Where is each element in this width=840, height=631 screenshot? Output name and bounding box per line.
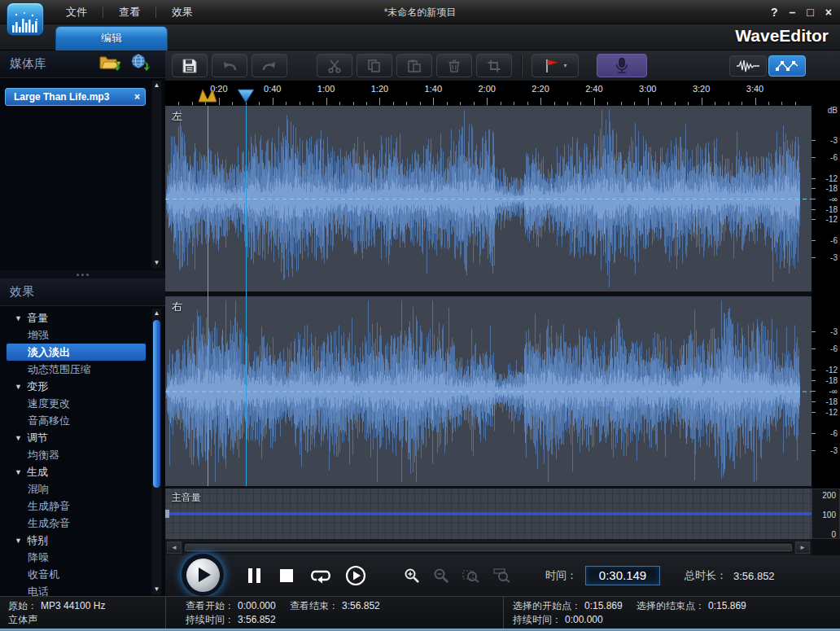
app-logo-icon xyxy=(7,2,44,36)
collapse-arrow-icon[interactable]: ▼ xyxy=(15,379,22,396)
effect-item-row[interactable]: 速度更改 xyxy=(7,395,146,412)
maximize-button[interactable]: □ xyxy=(807,0,813,24)
minimize-button[interactable]: – xyxy=(790,0,796,24)
media-item[interactable]: Large Than Life.mp3× xyxy=(5,88,146,106)
effects-scrollbar[interactable]: ▲ ▼ xyxy=(151,308,162,595)
ruler-tick xyxy=(567,102,568,105)
ruler-tick xyxy=(219,98,220,105)
help-button[interactable]: ? xyxy=(771,0,778,24)
menu-effects[interactable]: 效果 xyxy=(156,5,208,20)
collapse-arrow-icon[interactable]: ▼ xyxy=(15,464,22,481)
ruler-tick xyxy=(353,102,354,105)
collapse-arrow-icon[interactable]: ▼ xyxy=(15,310,22,327)
zoom-selection-button[interactable] xyxy=(462,567,480,584)
waveform-right-channel[interactable]: 右 xyxy=(165,296,812,486)
ruler-tick xyxy=(366,102,367,105)
tab-bar: 编辑 xyxy=(0,24,840,50)
effect-category-row[interactable]: ▼特别 xyxy=(7,532,146,549)
playhead-marker[interactable] xyxy=(237,88,255,104)
effect-item-row[interactable]: 收音机 xyxy=(7,566,146,583)
marker-flag-button[interactable]: ▾ xyxy=(532,54,579,77)
effect-item-row[interactable]: 淡入淡出 xyxy=(7,344,146,361)
waveform-left-channel[interactable]: 左 xyxy=(165,106,812,291)
horizontal-scrollbar[interactable]: ◄ ► xyxy=(165,539,812,555)
media-list-scrollbar[interactable]: ▲ ▼ xyxy=(151,80,162,269)
scroll-right-icon[interactable]: ► xyxy=(795,541,810,554)
menu-view[interactable]: 查看 xyxy=(103,5,155,20)
collapse-arrow-icon[interactable]: ▼ xyxy=(15,430,22,447)
dropdown-arrow-icon[interactable]: ▾ xyxy=(563,62,567,69)
remove-media-icon[interactable]: × xyxy=(134,89,140,105)
ruler-tick xyxy=(259,102,260,105)
close-button[interactable]: × xyxy=(825,0,832,24)
db-tick-label: -∞ xyxy=(813,195,838,204)
effect-item-row[interactable]: 生成杂音 xyxy=(7,515,146,532)
scrollbar-thumb[interactable] xyxy=(185,544,792,551)
ruler-tick xyxy=(728,102,729,105)
envelope-view-toggle[interactable] xyxy=(768,55,806,77)
effect-item-row[interactable]: 增强 xyxy=(7,326,146,344)
import-file-icon[interactable] xyxy=(98,53,123,75)
scroll-up-icon[interactable]: ▲ xyxy=(152,309,161,318)
effect-item-row[interactable]: 动态范围压缩 xyxy=(7,361,146,378)
effect-item-row[interactable]: 混响 xyxy=(7,480,146,497)
zoom-in-button[interactable] xyxy=(404,567,420,584)
menu-file[interactable]: 文件 xyxy=(50,5,103,20)
effect-category-row[interactable]: ▼变形 xyxy=(7,378,146,395)
db-tick-label: -6 xyxy=(813,153,838,162)
loop-button[interactable] xyxy=(309,567,332,584)
scrollbar-thumb[interactable] xyxy=(153,320,160,488)
redo-button[interactable] xyxy=(252,54,287,77)
effect-item-row[interactable]: 生成静音 xyxy=(7,497,146,515)
ruler-tick xyxy=(594,98,595,105)
ruler-tick xyxy=(540,98,541,105)
ruler-tick xyxy=(326,98,327,105)
play-button[interactable] xyxy=(182,554,224,596)
save-button[interactable] xyxy=(172,54,208,77)
main-toolbar: ▾ xyxy=(165,50,840,81)
transport-bar: 时间： 0:30.149 总时长： 3:56.852 xyxy=(165,555,840,596)
trim-button[interactable] xyxy=(476,54,512,77)
scroll-down-icon[interactable]: ▼ xyxy=(152,585,161,594)
effect-item-row[interactable]: 降噪 xyxy=(7,549,146,566)
cut-button[interactable] xyxy=(317,54,352,77)
timeline-ruler[interactable]: 0:200:401:001:201:402:002:202:403:003:20… xyxy=(165,81,840,106)
effect-item-row[interactable]: 音高移位 xyxy=(7,412,146,429)
scrollbar-track[interactable] xyxy=(183,542,794,553)
db-tick-label: -6 xyxy=(813,344,838,353)
effect-category-row[interactable]: ▼音量 xyxy=(7,309,146,326)
time-input[interactable]: 0:30.149 xyxy=(585,566,660,585)
media-list[interactable]: Large Than Life.mp3× xyxy=(0,78,165,270)
effect-item-row[interactable]: 均衡器 xyxy=(7,446,146,463)
pause-button[interactable] xyxy=(248,568,260,583)
master-volume-label: 主音量 xyxy=(172,491,201,505)
delete-button[interactable] xyxy=(436,54,472,77)
import-url-icon[interactable] xyxy=(129,53,152,75)
scroll-left-icon[interactable]: ◄ xyxy=(167,541,182,554)
copy-button[interactable] xyxy=(357,54,392,77)
selection-marker[interactable] xyxy=(198,88,217,104)
tab-edit[interactable]: 编辑 xyxy=(55,26,168,50)
ruler-tick xyxy=(742,102,742,105)
zoom-fit-button[interactable] xyxy=(493,567,511,584)
ruler-tick xyxy=(661,102,662,105)
record-button[interactable] xyxy=(597,54,647,77)
effects-tree[interactable]: ▼音量增强淡入淡出动态范围压缩▼变形速度更改音高移位▼调节均衡器▼生成混响生成静… xyxy=(0,306,165,597)
waveform-view-toggle[interactable] xyxy=(729,55,767,77)
db-scale: 2001000 dB-3-6-12-18-∞-18-12-6-3-3-6-12-… xyxy=(812,106,840,539)
undo-button[interactable] xyxy=(212,54,247,77)
paste-button[interactable] xyxy=(396,54,432,77)
play-selection-button[interactable] xyxy=(345,565,366,586)
scroll-up-icon[interactable]: ▲ xyxy=(152,81,161,90)
sidebar-splitter[interactable] xyxy=(0,270,165,278)
db-tick-label: -3 xyxy=(813,446,838,455)
ruler-tick xyxy=(702,98,702,105)
master-volume-track[interactable]: 主音量 xyxy=(165,489,812,539)
zoom-out-button[interactable] xyxy=(433,567,449,584)
effect-category-row[interactable]: ▼生成 xyxy=(7,463,146,480)
stop-button[interactable] xyxy=(280,569,293,582)
collapse-arrow-icon[interactable]: ▼ xyxy=(15,532,22,550)
brand-logo: WaveEditor xyxy=(735,26,829,46)
scroll-down-icon[interactable]: ▼ xyxy=(152,258,161,268)
effect-category-row[interactable]: ▼调节 xyxy=(7,429,146,446)
